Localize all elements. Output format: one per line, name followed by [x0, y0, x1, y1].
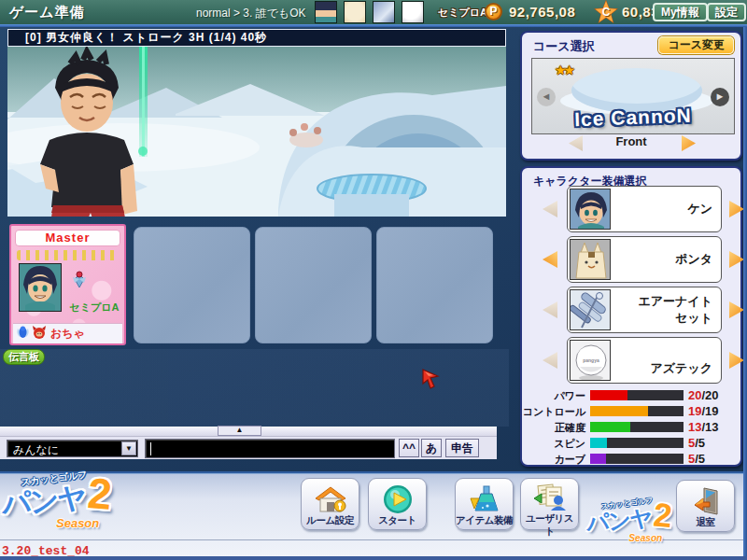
right-edge	[743, 27, 747, 556]
player-rank: セミプロA	[65, 301, 123, 315]
room-title-bar: [0] 男女仲良く！ ストローク 3H (1/4) 40秒	[7, 29, 506, 47]
chat-target-value: みんなに	[13, 442, 59, 458]
club-next-arrow[interactable]	[729, 301, 744, 318]
stat-row-control: コントロール 19/19	[522, 404, 744, 418]
equipped-ball-thumb	[402, 1, 424, 23]
stat-bar	[590, 406, 684, 416]
trophy-icon	[71, 271, 88, 293]
equipment-panel: キャラクター装備選択 ケン	[520, 166, 742, 467]
bottom-edge	[0, 556, 747, 560]
ball-prev-arrow[interactable]	[543, 352, 557, 369]
equipped-club-thumb	[373, 1, 395, 23]
equipped-caddie-thumb	[344, 1, 366, 23]
course-side-row: Front	[522, 134, 740, 153]
stat-bar	[590, 438, 684, 448]
svg-text:pangya: pangya	[583, 357, 599, 363]
mouse-cursor	[422, 369, 441, 389]
game-preview	[7, 47, 506, 217]
club-set-name: エアーナイト	[638, 293, 712, 310]
course-panel-title: コース選択	[533, 38, 595, 55]
empty-player-slot	[376, 227, 493, 343]
stat-row-spin: スピン 5/5	[522, 436, 744, 450]
user-list-button[interactable]: ユーザリスト	[520, 478, 579, 530]
player-name-bar: おちゃ	[13, 323, 122, 343]
caddie-name: ポンタ	[675, 251, 712, 268]
ball-next-arrow[interactable]	[729, 352, 744, 369]
player-rank-badge: セミプロA	[438, 6, 487, 20]
start-button[interactable]: スタート	[368, 478, 427, 530]
user-list-icon	[521, 483, 578, 512]
equipped-character-thumb	[315, 1, 337, 23]
pang-coin-icon: P	[485, 3, 502, 21]
ball-image: pangya	[570, 340, 611, 381]
player-card-master: Master セミプロA	[9, 224, 126, 345]
my-info-button[interactable]: My情報	[653, 3, 708, 21]
house-wrench-icon	[302, 484, 359, 514]
emote-button[interactable]: ^^	[399, 439, 419, 457]
stat-bar	[590, 422, 684, 432]
caddie-prev-arrow[interactable]	[543, 251, 557, 268]
window-title: ゲーム準備	[9, 4, 85, 21]
course-select-panel: コース選択 コース変更 ★★ ◄ ► Ice CannoN Front	[520, 31, 742, 161]
course-prev-button[interactable]: ◄	[537, 88, 556, 106]
course-difficulty-stars: ★★	[555, 63, 572, 77]
stat-row-accuracy: 正確度 13/13	[522, 420, 744, 434]
chat-message-input[interactable]	[145, 439, 395, 458]
pang-amount: 92,765,08	[509, 4, 575, 20]
chat-collapse-bar: ▲	[0, 427, 497, 436]
ball-select-row[interactable]: pangya アズテック	[567, 337, 722, 384]
character-next-arrow[interactable]	[729, 201, 744, 217]
course-change-button[interactable]: コース変更	[658, 36, 734, 54]
player-name: おちゃ	[50, 326, 85, 342]
character-select-row[interactable]: ケン	[567, 186, 722, 232]
club-set-image	[570, 289, 611, 330]
chevron-down-icon[interactable]: ▼	[121, 441, 136, 455]
character-prev-arrow[interactable]	[543, 201, 557, 217]
lobby-breadcrumb: normal > 3. 誰でもOK	[196, 6, 306, 21]
pangya-logo: スカッとゴルフ パンヤ 2 Season	[2, 472, 151, 539]
ball-name: アズテック	[650, 360, 712, 377]
character-image	[570, 189, 611, 230]
stat-bar	[590, 454, 684, 464]
chat-target-dropdown[interactable]: みんなに ▼	[7, 440, 138, 457]
course-side-label: Front	[522, 134, 740, 148]
master-label: Master	[15, 230, 120, 246]
empty-player-slot	[134, 227, 250, 343]
pangya-logo-small: スカッとゴルフ パンヤ 2 Season	[586, 498, 703, 551]
chat-collapse-button[interactable]: ▲	[218, 426, 261, 436]
chat-input-bar: みんなに ▼ ^^ あ 申告	[0, 436, 497, 459]
empty-player-slot	[255, 227, 372, 343]
message-board-button[interactable]: 伝言板	[3, 349, 45, 365]
stat-row-curve: カーブ 5/5	[522, 452, 744, 466]
ime-mode-button[interactable]: あ	[421, 439, 442, 457]
caddie-next-arrow[interactable]	[729, 251, 744, 268]
club-prev-arrow[interactable]	[543, 301, 557, 318]
caddie-select-row[interactable]: ポンタ	[567, 236, 722, 283]
play-icon	[369, 484, 426, 514]
course-preview: ★★ ◄ ► Ice CannoN	[531, 58, 735, 134]
stat-row-power: パワー 20/20	[522, 388, 744, 402]
text-caret	[150, 442, 151, 455]
angel-icon	[16, 325, 30, 343]
devil-icon	[32, 325, 47, 343]
course-name: Ice CannoN	[532, 103, 735, 133]
game-lobby-window: ゲーム準備 normal > 3. 誰でもOK セミプロA P 92,765,0…	[0, 0, 747, 560]
settings-button[interactable]: 設定	[707, 3, 746, 21]
stat-bar	[590, 390, 684, 400]
character-name: ケン	[687, 201, 712, 217]
flask-icon	[456, 484, 513, 514]
caddie-image	[570, 239, 611, 280]
card-perforation	[17, 250, 119, 260]
cookie-star-icon: C	[595, 1, 617, 23]
topbar-divider	[0, 24, 747, 27]
item-equip-button[interactable]: アイテム装備	[455, 478, 514, 530]
player-avatar	[19, 263, 62, 312]
club-select-row[interactable]: エアーナイト セット	[567, 287, 722, 333]
room-settings-button[interactable]: ルーム設定	[301, 478, 359, 530]
report-button[interactable]: 申告	[445, 439, 479, 457]
title-bar: ゲーム準備 normal > 3. 誰でもOK セミプロA P 92,765,0…	[0, 0, 747, 24]
